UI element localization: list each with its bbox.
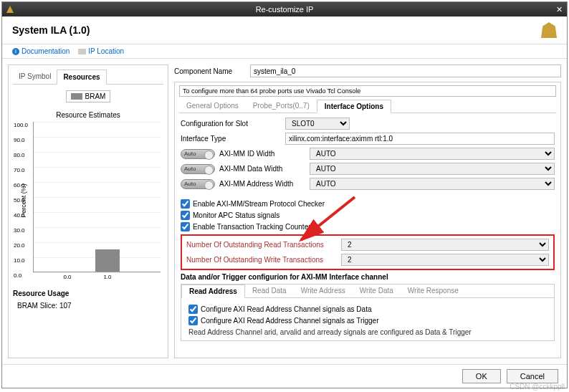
tab-general-options[interactable]: General Options [179, 100, 246, 113]
slot-label: Configuration for Slot [181, 120, 281, 128]
close-icon[interactable]: ✕ [556, 5, 563, 14]
read-trans-select[interactable]: 2 [341, 239, 549, 251]
subtab-write-address[interactable]: Write Address [294, 285, 353, 297]
interface-type-input[interactable] [285, 133, 555, 145]
write-trans-select[interactable]: 2 [341, 254, 549, 266]
toolbar: iDocumentation IP Location [2, 44, 567, 59]
component-name-input[interactable] [250, 64, 561, 77]
tab-ip-symbol[interactable]: IP Symbol [13, 70, 57, 84]
trigger-note: Data and/or Trigger configurion for AXI-… [181, 273, 555, 281]
id-width-label: AXI-MM ID Width [219, 150, 305, 158]
titlebar: Re-customize IP ✕ [2, 2, 567, 16]
resource-chart: Percent (%) 0.010.020.030.040.050.060.07… [33, 122, 161, 272]
component-name-label: Component Name [174, 67, 246, 75]
vendor-logo-icon [541, 22, 557, 38]
cancel-button[interactable]: Cancel [507, 369, 558, 383]
chk-signals-as-trigger[interactable]: Configure AXI Read Address Channel signa… [188, 316, 547, 325]
addr-width-label: AXI-MM Address Width [219, 180, 305, 188]
read-trans-label: Number Of Outstanding Read Transactions [186, 241, 337, 249]
resource-usage: Resource Usage BRAM Slice: 107 [13, 290, 163, 310]
auto-toggle-idwidth[interactable]: Auto [181, 149, 215, 159]
left-panel: IP Symbol Resources BRAM Resource Estima… [8, 64, 168, 358]
chart-legend: BRAM [66, 90, 111, 102]
chk-signals-as-data[interactable]: Configure AXI Read Address Channel signa… [188, 305, 547, 314]
subtab-write-data[interactable]: Write Data [353, 285, 401, 297]
auto-toggle-addrwidth[interactable]: Auto [181, 179, 215, 189]
write-trans-label: Number Of Outstanding Write Transactions [186, 256, 337, 264]
data-width-select[interactable]: AUTO [310, 163, 555, 175]
highlighted-section: Number Of Outstanding Read Transactions … [181, 234, 555, 270]
page-title: System ILA (1.0) [12, 24, 90, 36]
chart-title: Resource Estimates [13, 111, 163, 119]
id-width-select[interactable]: AUTO [310, 148, 555, 160]
signals-note: Read Address Channel arid, arvalid and a… [188, 328, 547, 336]
ip-location-link[interactable]: IP Location [78, 47, 124, 55]
chk-protocol-checker[interactable]: Enable AXI-MM/Stream Protocol Checker [181, 199, 555, 209]
data-width-label: AXI-MM Data Width [219, 165, 305, 173]
tab-resources[interactable]: Resources [57, 70, 106, 85]
window-title: Re-customize IP [256, 5, 314, 14]
auto-toggle-datawidth[interactable]: Auto [181, 164, 215, 174]
addr-width-select[interactable]: AUTO [310, 178, 555, 190]
subtab-read-address[interactable]: Read Address [181, 285, 245, 298]
info-icon: i [12, 48, 19, 55]
chk-transaction-tracking[interactable]: Enable Transaction Tracking Counters [181, 222, 555, 231]
folder-icon [78, 49, 86, 54]
app-logo-icon [6, 6, 14, 13]
chk-monitor-apc[interactable]: Monitor APC Status signals [181, 211, 555, 220]
ok-button[interactable]: OK [462, 369, 501, 383]
interface-type-label: Interface Type [181, 135, 281, 143]
header: System ILA (1.0) [2, 16, 567, 44]
slot-select[interactable]: SLOT0 [285, 118, 350, 130]
right-panel: Component Name To configure more than 64… [174, 64, 561, 358]
bram-slice-value: BRAM Slice: 107 [13, 302, 163, 310]
config-hint: To configure more than 64 probe ports us… [179, 85, 556, 97]
watermark: CSDN @cckkppll [510, 383, 565, 391]
documentation-link[interactable]: iDocumentation [12, 47, 70, 55]
subtab-read-data[interactable]: Read Data [245, 285, 294, 297]
tab-interface-options[interactable]: Interface Options [317, 100, 391, 113]
subtab-write-response[interactable]: Write Response [401, 285, 466, 297]
tab-probe-ports[interactable]: Probe_Ports(0..7) [246, 100, 317, 113]
